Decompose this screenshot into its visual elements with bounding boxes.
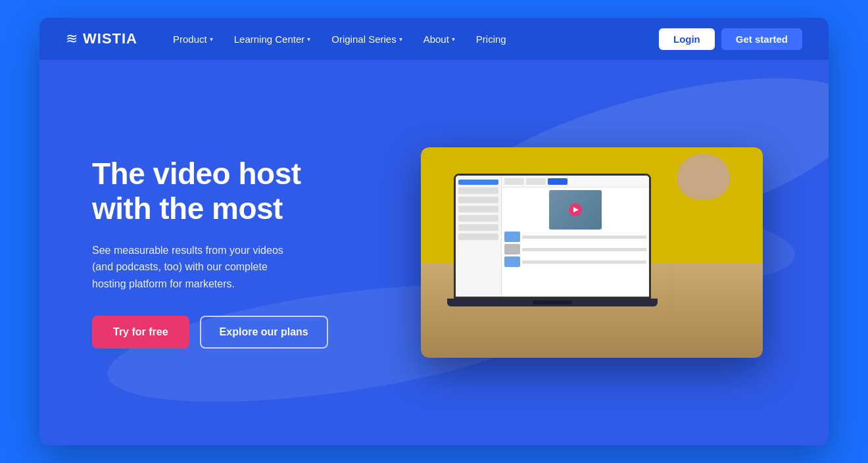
hero-title-line2: with the most (92, 191, 283, 226)
nav-original-series[interactable]: Original Series ▾ (322, 28, 411, 50)
learning-chevron-icon: ▾ (307, 36, 310, 43)
video-row-1 (504, 232, 646, 242)
sidebar-item-2 (458, 197, 498, 203)
logo-link[interactable]: ≋ WISTIA (66, 30, 137, 47)
play-btn-inner (569, 203, 582, 216)
nav-actions: Login Get started (659, 28, 802, 50)
video-row-3 (504, 256, 646, 267)
hero-description: See measurable results from your videos … (92, 242, 302, 293)
wistia-content-area (502, 187, 649, 297)
explore-plans-button[interactable]: Explore our plans (200, 316, 328, 349)
nav-about[interactable]: About ▾ (414, 28, 464, 50)
nav-product-label: Product (173, 34, 207, 45)
nav-links: Product ▾ Learning Center ▾ Original Ser… (164, 28, 659, 50)
series-chevron-icon: ▾ (399, 36, 402, 43)
hero-title-line1: The video host (92, 157, 301, 191)
video-preview[interactable] (421, 147, 763, 358)
sidebar-item-5 (458, 224, 498, 231)
sidebar-item-4 (458, 215, 498, 222)
sidebar-item-3 (458, 206, 498, 212)
thumb-1 (504, 232, 520, 242)
nav-pricing[interactable]: Pricing (467, 28, 516, 50)
wistia-toolbar (502, 176, 649, 187)
thumb-3 (504, 256, 520, 267)
laptop-mockup (421, 147, 763, 358)
nav-pricing-label: Pricing (476, 34, 506, 45)
thumb-2 (504, 244, 520, 255)
wistia-featured-video (549, 190, 602, 230)
laptop-screen-inner (456, 176, 649, 297)
hero-section: The video host with the most See measura… (39, 60, 829, 445)
text-line-3 (522, 260, 646, 264)
text-line-2 (522, 248, 646, 251)
nav-about-label: About (423, 34, 449, 45)
play-overlay (549, 190, 602, 230)
toolbar-btn-2 (526, 178, 546, 185)
hero-content: The video host with the most See measura… (92, 157, 368, 349)
login-button[interactable]: Login (659, 28, 715, 50)
sidebar-item-1 (458, 187, 498, 194)
try-free-button[interactable]: Try for free (92, 316, 189, 349)
nav-series-label: Original Series (331, 34, 396, 45)
wistia-main-content (502, 176, 649, 297)
navbar: ≋ WISTIA Product ▾ Learning Center ▾ Ori… (39, 18, 829, 60)
hero-media (408, 147, 776, 358)
toolbar-btn-1 (504, 178, 524, 185)
nav-product[interactable]: Product ▾ (164, 28, 222, 50)
product-chevron-icon: ▾ (210, 36, 213, 43)
hero-title: The video host with the most (92, 157, 368, 226)
laptop-base (447, 299, 658, 306)
sidebar-item-6 (458, 233, 498, 240)
play-triangle-icon (573, 207, 579, 212)
wistia-app-sidebar (456, 176, 502, 297)
browser-window: ≋ WISTIA Product ▾ Learning Center ▾ Ori… (39, 18, 829, 445)
laptop-body (454, 174, 651, 299)
wistia-logo-icon: ≋ (66, 30, 78, 47)
video-row-2 (504, 244, 646, 255)
laptop-screen-container (454, 174, 651, 305)
laptop-notch (533, 301, 572, 305)
wistia-video-grid (504, 190, 646, 294)
nav-learning-center[interactable]: Learning Center ▾ (225, 28, 320, 50)
logo-text: WISTIA (83, 30, 137, 47)
text-line-1 (522, 235, 646, 239)
nav-learning-label: Learning Center (234, 34, 305, 45)
person-head (677, 154, 730, 200)
toolbar-btn-blue (548, 178, 567, 185)
get-started-button[interactable]: Get started (721, 28, 802, 50)
about-chevron-icon: ▾ (452, 36, 455, 43)
hero-cta-group: Try for free Explore our plans (92, 316, 368, 349)
sidebar-logo-area (458, 180, 498, 185)
